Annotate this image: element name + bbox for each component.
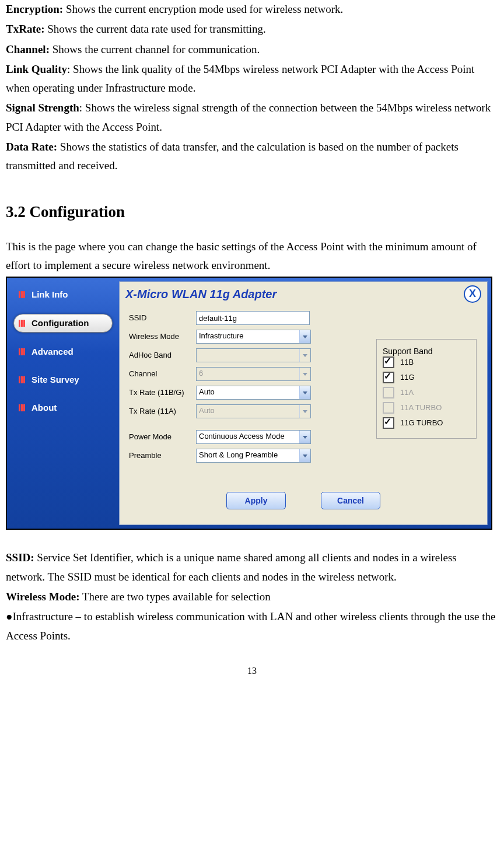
definition-item: Channel: Shows the current channel for c… — [6, 40, 498, 59]
ssid-input[interactable] — [196, 311, 310, 325]
cancel-button[interactable]: Cancel — [321, 492, 380, 509]
apply-button[interactable]: Apply — [226, 492, 286, 509]
preamble-label: Preamble — [129, 451, 196, 460]
section-heading: 3.2 Configuration — [6, 199, 498, 226]
chevron-down-icon — [299, 368, 310, 380]
txrate_bg-label: Tx Rate (11B/G) — [129, 388, 196, 397]
chevron-down-icon — [299, 349, 310, 362]
power_mode-label: Power Mode — [129, 432, 196, 442]
sidebar-item-site survey[interactable]: Site Survey — [14, 371, 112, 389]
adhoc_band-value — [197, 349, 299, 362]
title-bar: X-Micro WLAN 11g Adapter X — [120, 282, 487, 309]
checkbox-11a turbo — [383, 402, 394, 414]
chevron-down-icon[interactable] — [299, 386, 310, 399]
page-number: 13 — [6, 663, 498, 679]
support-band-item: 11A — [383, 387, 470, 398]
section-intro: This is the page where you can change th… — [6, 237, 498, 275]
main-panel: X-Micro WLAN 11g Adapter X SSID Wireless… — [119, 281, 488, 525]
definition-item: SSID: Service Set Identifier, which is a… — [6, 548, 498, 586]
adhoc_band-label: AdHoc Band — [129, 351, 196, 360]
support-band-label: 11G — [400, 373, 415, 382]
definition-item: Data Rate: Shows the statistics of data … — [6, 138, 498, 176]
power_mode-value: Continuous Access Mode — [197, 431, 299, 443]
ssid-label: SSID — [129, 313, 196, 323]
nav-bullet-icon — [19, 319, 27, 327]
wireless_mode-value: Infrastructure — [197, 330, 299, 343]
txrate_a-select: Auto — [196, 404, 311, 418]
support-band-group: Support Band 11B 11G 11A 11A TURBO 11G T… — [376, 339, 477, 439]
support-band-item: 11A TURBO — [383, 402, 470, 414]
sidebar-item-link info[interactable]: Link Info — [14, 286, 112, 303]
txrate_bg-value: Auto — [197, 386, 299, 399]
txrate_a-value: Auto — [197, 405, 299, 418]
support-band-label: 11A TURBO — [400, 403, 442, 412]
support-band-label: 11G TURBO — [400, 418, 443, 428]
bullet-infrastructure: ●Infrastructure – to establish wireless … — [6, 607, 498, 645]
sidebar: Link Info Configuration Advanced Site Su… — [7, 278, 119, 529]
support-band-item: 11B — [383, 356, 470, 368]
checkbox-11b[interactable] — [383, 356, 394, 368]
support-band-item: 11G — [383, 372, 470, 383]
channel-value: 6 — [197, 368, 299, 380]
sidebar-item-configuration[interactable]: Configuration — [13, 314, 113, 333]
definition-item: Link Quality: Shows the link quality of … — [6, 60, 498, 98]
preamble-select[interactable]: Short & Long Preamble — [196, 449, 311, 463]
support-band-label: 11B — [400, 358, 414, 367]
txrate_bg-select[interactable]: Auto — [196, 386, 311, 400]
definition-item: Wireless Mode: There are two types avail… — [6, 588, 498, 606]
sidebar-item-label: About — [32, 403, 57, 413]
nav-bullet-icon — [19, 404, 27, 412]
channel-select: 6 — [196, 367, 311, 381]
power_mode-select[interactable]: Continuous Access Mode — [196, 430, 311, 444]
app-title: X-Micro WLAN 11g Adapter — [125, 287, 276, 301]
sidebar-item-label: Configuration — [32, 318, 89, 328]
wireless_mode-select[interactable]: Infrastructure — [196, 330, 311, 344]
sidebar-item-advanced[interactable]: Advanced — [14, 343, 112, 361]
txrate_a-label: Tx Rate (11A) — [129, 407, 196, 416]
chevron-down-icon[interactable] — [299, 330, 310, 343]
chevron-down-icon — [299, 405, 310, 418]
definition-item: Signal Strength: Shows the wireless sign… — [6, 99, 498, 137]
close-icon[interactable]: X — [464, 285, 481, 303]
definition-list-bottom: SSID: Service Set Identifier, which is a… — [6, 548, 498, 606]
preamble-value: Short & Long Preamble — [197, 449, 299, 462]
nav-bullet-icon — [19, 348, 27, 356]
channel-label: Channel — [129, 369, 196, 379]
chevron-down-icon[interactable] — [299, 431, 310, 443]
nav-bullet-icon — [19, 376, 27, 384]
support-band-label: 11A — [400, 388, 414, 397]
sidebar-item-label: Advanced — [32, 347, 74, 357]
definition-item: Encryption: Shows the current encryption… — [6, 0, 498, 19]
support-band-item: 11G TURBO — [383, 417, 470, 429]
adhoc_band-select — [196, 348, 311, 362]
nav-bullet-icon — [19, 291, 27, 299]
sidebar-item-label: Link Info — [32, 289, 68, 300]
wireless_mode-label: Wireless Mode — [129, 332, 196, 341]
support-band-legend: Support Band — [383, 347, 433, 356]
chevron-down-icon[interactable] — [299, 449, 310, 462]
checkbox-11g[interactable] — [383, 372, 394, 383]
definition-item: TxRate: Shows the current data rate used… — [6, 20, 498, 39]
sidebar-item-about[interactable]: About — [14, 399, 112, 417]
app-screenshot: Link Info Configuration Advanced Site Su… — [6, 277, 492, 530]
definition-list-top: Encryption: Shows the current encryption… — [6, 0, 498, 176]
checkbox-11g turbo[interactable] — [383, 417, 394, 429]
checkbox-11a — [383, 387, 394, 398]
sidebar-item-label: Site Survey — [32, 375, 79, 385]
